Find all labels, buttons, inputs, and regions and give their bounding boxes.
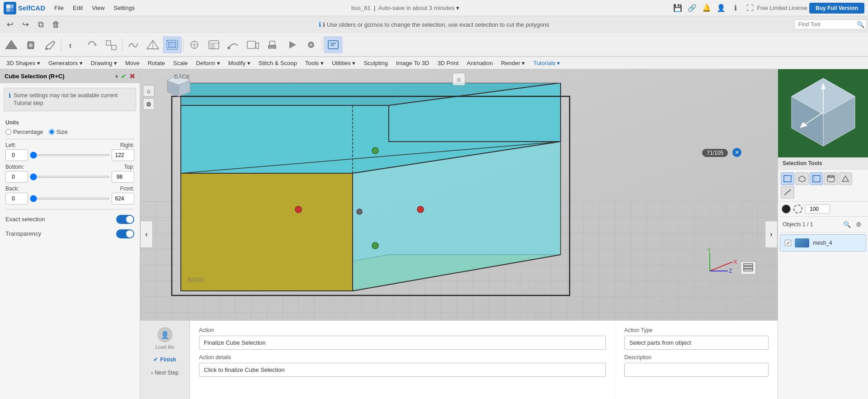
percentage-radio[interactable]	[5, 129, 11, 135]
buy-button[interactable]: Buy Full Version	[809, 3, 864, 14]
sel-tool-slash[interactable]	[781, 186, 794, 199]
cube-selection-dropdown[interactable]: ▾	[115, 73, 118, 80]
viewport-home-btn[interactable]: ⌂	[453, 73, 465, 86]
tool-animation[interactable]	[282, 36, 301, 53]
sel-tool-box[interactable]	[795, 172, 809, 185]
tool-3d-print[interactable]	[263, 36, 282, 53]
share-icon[interactable]: 🔗	[687, 3, 698, 14]
vp-home-btn[interactable]: ⌂	[143, 85, 155, 97]
front-input[interactable]: 624	[112, 193, 134, 204]
mesh-item[interactable]: ✓ mesh_4	[780, 234, 866, 252]
mesh-picker[interactable]	[793, 204, 802, 214]
bottom-input[interactable]: 0	[5, 171, 28, 183]
fullscreen-icon[interactable]: ⛶	[745, 3, 755, 14]
tool-tutorials[interactable]	[324, 36, 343, 53]
sec-generators[interactable]: Generators ▾	[45, 58, 86, 68]
vp-settings-btn[interactable]: ⚙	[143, 98, 155, 110]
tool-render[interactable]	[302, 36, 321, 53]
sec-stitch-scoop[interactable]: Stitch & Scoop	[255, 58, 301, 68]
tool-tools[interactable]	[185, 36, 204, 53]
search-objects-btn[interactable]: 🔍	[842, 219, 852, 229]
percentage-radio-label[interactable]: Percentage	[5, 128, 43, 135]
transparency-toggle[interactable]	[116, 229, 134, 238]
back-input[interactable]: 0	[5, 193, 28, 204]
sec-rotate[interactable]: Rotate	[144, 58, 169, 68]
sec-tutorials[interactable]: Tutorials ▾	[529, 58, 564, 68]
sec-utilities[interactable]: Utilities ▾	[328, 58, 359, 68]
action-details-input[interactable]	[199, 363, 606, 377]
tool-move[interactable]: ⬆	[63, 36, 82, 53]
sec-drawing[interactable]: Drawing ▾	[87, 58, 121, 68]
tool-drawing[interactable]	[41, 36, 60, 53]
tool-3d-shapes[interactable]	[2, 36, 21, 53]
bell-icon[interactable]: 🔔	[701, 3, 712, 14]
info-icon[interactable]: ℹ	[730, 3, 741, 14]
main-area: Cube Selection (R+C) ▾ ✔ ✖ ℹ Some settin…	[0, 69, 868, 399]
menu-view[interactable]: View	[88, 3, 108, 13]
tool-stitch-scoop[interactable]	[163, 36, 182, 53]
exact-selection-toggle[interactable]	[116, 215, 134, 224]
sec-deform[interactable]: Deform ▾	[193, 58, 224, 68]
action-type-input[interactable]	[624, 336, 769, 350]
back-slider[interactable]	[30, 198, 110, 200]
sel-tool-cylinder[interactable]	[824, 172, 838, 185]
next-step-item[interactable]: › Next Step	[151, 369, 179, 376]
nav-arrow-left[interactable]: ‹	[140, 221, 153, 248]
cube-selection-confirm[interactable]: ✔	[121, 72, 127, 81]
action-input[interactable]	[199, 336, 606, 350]
cube-selection-cancel[interactable]: ✖	[129, 72, 135, 81]
user-icon[interactable]: 👤	[716, 3, 726, 14]
stack-icon[interactable]	[741, 261, 756, 275]
size-radio[interactable]	[49, 129, 55, 135]
sec-scale[interactable]: Scale	[170, 58, 192, 68]
tool-sculpting[interactable]	[224, 36, 243, 53]
svg-point-46	[372, 147, 378, 154]
mesh-checkbox[interactable]: ✓	[785, 240, 791, 246]
tool-deform[interactable]	[124, 36, 143, 53]
sec-tools[interactable]: Tools ▾	[302, 58, 327, 68]
sel-tool-sphere[interactable]	[810, 172, 823, 185]
viewport[interactable]: BACK X Y Z	[140, 69, 778, 399]
units-title: Units	[5, 119, 134, 126]
redo-button[interactable]: ↪	[19, 18, 32, 31]
sec-move[interactable]: Move	[122, 58, 143, 68]
right-input[interactable]: 122	[112, 149, 134, 161]
menu-edit[interactable]: Edit	[69, 3, 86, 13]
tool-rotate[interactable]	[82, 36, 101, 53]
sec-3d-print[interactable]: 3D Print	[434, 58, 462, 68]
find-tool-input[interactable]	[794, 19, 867, 29]
settings-objects-btn[interactable]: ⚙	[854, 219, 863, 229]
sec-animation[interactable]: Animation	[463, 58, 496, 68]
delete-button[interactable]: 🗑	[50, 18, 62, 31]
opacity-input[interactable]: 100	[805, 204, 830, 214]
description-input[interactable]	[624, 363, 769, 377]
bottom-slider[interactable]	[30, 176, 110, 178]
menu-settings[interactable]: Settings	[110, 3, 138, 13]
sec-render[interactable]: Render ▾	[497, 58, 528, 68]
tool-modify[interactable]	[143, 36, 162, 53]
sec-sculpting[interactable]: Sculpting	[360, 58, 391, 68]
tool-generators[interactable]	[21, 36, 40, 53]
sec-image-to-3d[interactable]: Image To 3D	[392, 58, 433, 68]
sec-modify[interactable]: Modify ▾	[225, 58, 254, 68]
save-icon[interactable]: 💾	[672, 3, 683, 14]
close-counter-button[interactable]: ✕	[732, 148, 741, 157]
copy-button[interactable]: ⧉	[34, 18, 47, 31]
top-input[interactable]: 98	[112, 171, 134, 183]
sel-tool-cube[interactable]	[781, 172, 794, 185]
finish-item[interactable]: ✔ Finish	[153, 356, 176, 363]
color-picker[interactable]	[782, 204, 791, 214]
menu-file[interactable]: File	[51, 3, 67, 13]
size-radio-label[interactable]: Size	[49, 128, 68, 135]
undo-button[interactable]: ↩	[4, 18, 16, 31]
tool-scale[interactable]	[102, 36, 121, 53]
left-slider[interactable]	[30, 154, 110, 156]
sel-tool-cone[interactable]	[839, 172, 852, 185]
mini-nav-cube[interactable]: BACK	[163, 71, 194, 100]
tool-image-to-3d[interactable]	[243, 36, 262, 53]
sec-3d-shapes[interactable]: 3D Shapes ▾	[3, 58, 44, 68]
left-input[interactable]: 0	[5, 149, 28, 161]
load-file-item[interactable]: 👤 Load file	[156, 327, 175, 350]
tool-utilities[interactable]: |||	[204, 36, 223, 53]
nav-arrow-right[interactable]: ›	[765, 221, 778, 248]
